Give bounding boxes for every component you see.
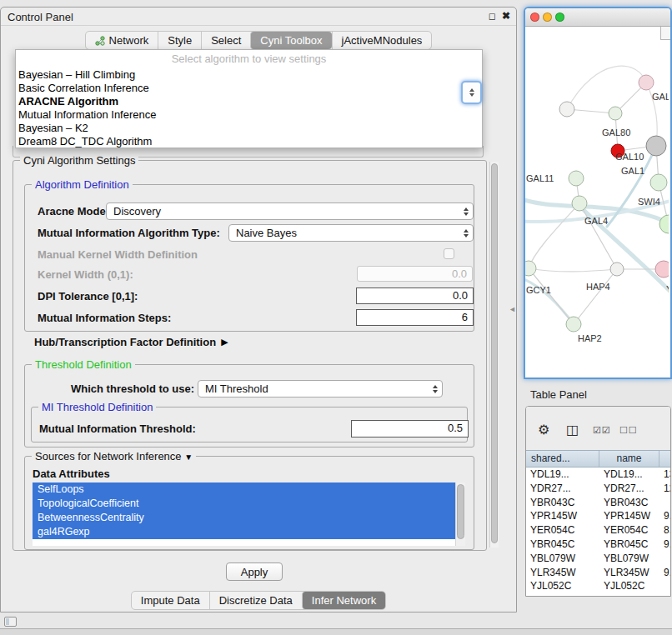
tab-network[interactable]: Network — [86, 32, 158, 49]
mi-type-label: Mutual Information Algorithm Type: — [38, 227, 220, 240]
table-row[interactable]: YBR043CYBR043C — [526, 496, 670, 510]
settings-scrollbar[interactable] — [489, 162, 499, 548]
aracne-mode-select[interactable]: Discovery — [106, 202, 474, 220]
algorithm-option[interactable]: Mutual Information Inference — [16, 108, 482, 122]
network-edge[interactable] — [525, 277, 574, 324]
close-panel-icon[interactable]: ✖ — [502, 10, 510, 22]
mi-threshold-group-title: MI Threshold Definition — [38, 401, 156, 413]
table-cell: YER054C — [599, 523, 659, 538]
algorithm-option[interactable]: Bayesian – Hill Climbing — [16, 68, 482, 82]
algorithm-combo-stepper[interactable] — [461, 81, 482, 104]
table-cell: YPR145W — [526, 509, 599, 523]
attribute-item[interactable]: BetweennessCentrality — [33, 511, 455, 525]
column-header-partial[interactable] — [659, 451, 670, 467]
float-window-icon[interactable]: ◻ — [489, 11, 496, 22]
network-canvas[interactable]: GAL7GAL80GAL10GAL11GAL1SWI4GAL4GCY1HAP4Y… — [525, 27, 669, 378]
network-node[interactable] — [572, 196, 587, 211]
tab-jactivemodules[interactable]: jActiveMNodules — [332, 32, 432, 49]
algorithm-option[interactable]: Dream8 DC_TDC Algorithm — [16, 135, 482, 148]
table-row[interactable]: YBL079WYBL079W — [526, 552, 670, 566]
network-edge[interactable] — [574, 269, 617, 324]
mi-threshold-input[interactable]: 0.5 — [351, 420, 469, 438]
table-cell: YBL079W — [599, 552, 659, 566]
table-row[interactable]: YDL19...YDL19...13 — [526, 468, 670, 482]
threshold-definition-title: Threshold Definition — [32, 358, 135, 371]
table-row[interactable]: YJL052CYJL052C — [526, 579, 670, 593]
tab-style[interactable]: Style — [158, 32, 201, 49]
hub-definition-expander[interactable]: Hub/Transcription Factor Definition ▶ — [34, 336, 228, 348]
tab-select[interactable]: Select — [201, 32, 250, 49]
table-cell: YJL052C — [526, 579, 599, 593]
close-window-icon[interactable] — [530, 12, 539, 22]
tab-infer-network[interactable]: Infer Network — [302, 592, 385, 609]
deselect-all-icon[interactable]: ☐☐ — [619, 425, 638, 436]
minimize-window-icon[interactable] — [543, 12, 552, 22]
mi-steps-label: Mutual Information Steps: — [38, 312, 171, 325]
column-header-name[interactable]: name — [599, 451, 659, 467]
attribute-item[interactable]: gal4RGexp — [33, 525, 455, 539]
gear-icon[interactable]: ⚙ — [538, 422, 549, 438]
network-node[interactable] — [610, 262, 624, 276]
network-edge[interactable] — [529, 268, 617, 272]
apply-button[interactable]: Apply — [226, 562, 283, 581]
collapse-arrow-icon[interactable]: ▼ — [184, 452, 193, 462]
network-node[interactable] — [639, 75, 654, 90]
table-cell: YPR145W — [599, 509, 659, 523]
network-view[interactable]: GAL7GAL80GAL10GAL11GAL1SWI4GAL4GCY1HAP4Y… — [525, 27, 670, 378]
which-threshold-select[interactable]: MI Threshold — [198, 380, 443, 398]
mi-steps-input[interactable]: 6 — [356, 309, 474, 326]
data-attributes-listbox: SelfLoopsTopologicalCoefficientBetweenne… — [33, 482, 465, 546]
kernel-width-input[interactable]: 0.0 — [357, 266, 473, 282]
attribute-item[interactable]: TopologicalCoefficient — [33, 497, 455, 511]
zoom-window-icon[interactable] — [555, 12, 564, 22]
tab-impute-data[interactable]: Impute Data — [132, 592, 209, 609]
select-all-icon[interactable]: ☑☑ — [593, 425, 611, 436]
minimized-panel-icon[interactable] — [4, 617, 17, 627]
network-node[interactable] — [646, 136, 666, 156]
mi-type-select[interactable]: Naive Bayes — [228, 224, 474, 242]
table-cell: YBR043C — [526, 496, 599, 510]
manual-kernel-checkbox[interactable] — [444, 248, 454, 259]
table-row[interactable]: YDR27...YDR27...12 — [526, 482, 670, 496]
scrollbar-thumb[interactable] — [491, 163, 498, 543]
attribute-item[interactable]: SelfLoops — [33, 482, 455, 497]
network-node[interactable] — [559, 102, 574, 117]
network-node[interactable] — [525, 261, 536, 276]
table-row[interactable]: YLR345WYLR345W9. — [526, 566, 670, 580]
network-node[interactable] — [566, 317, 581, 332]
dpi-tolerance-input[interactable]: 0.0 — [356, 288, 474, 304]
network-edge[interactable] — [529, 203, 579, 268]
network-scrollbar[interactable] — [660, 27, 670, 40]
network-node[interactable] — [655, 261, 669, 278]
network-edge[interactable] — [529, 268, 574, 324]
algorithm-option[interactable]: Bayesian – K2 — [16, 122, 482, 135]
table-cell: YDR27... — [526, 482, 599, 496]
columns-icon[interactable]: ◫ — [566, 422, 579, 438]
column-header-shared[interactable]: shared... — [526, 451, 599, 467]
algorithm-option[interactable]: ARACNE Algorithm — [16, 95, 482, 108]
node-label: GAL10 — [615, 152, 644, 162]
mi-threshold-label: Mutual Information Threshold: — [39, 422, 196, 436]
table-row[interactable]: YPR145WYPR145W9. — [526, 509, 670, 523]
bottom-tabs: Impute Data Discretize Data Infer Networ… — [131, 591, 386, 610]
scrollbar-thumb[interactable] — [457, 484, 464, 539]
network-node[interactable] — [609, 107, 622, 120]
node-label: HAP2 — [578, 333, 602, 343]
table-cell: 9. — [659, 566, 670, 580]
tab-cyni-toolbox[interactable]: Cyni Toolbox — [250, 32, 331, 49]
attributes-scrollbar[interactable] — [455, 482, 465, 546]
network-node[interactable] — [569, 171, 584, 186]
table-cell: YLR345W — [526, 566, 599, 580]
algorithm-dropdown: Select algorithm to view settings Bayesi… — [15, 49, 483, 148]
network-edge[interactable] — [567, 66, 646, 109]
tab-discretize-data[interactable]: Discretize Data — [209, 592, 302, 609]
algorithm-option[interactable]: Basic Correlation Inference — [16, 82, 482, 95]
table-row[interactable]: YBR045CYBR045C9. — [526, 538, 670, 552]
node-label: GAL4 — [584, 216, 608, 226]
network-window-titlebar[interactable] — [525, 8, 670, 27]
table-row[interactable]: YER054CYER054C8. — [526, 523, 670, 538]
table-cell — [659, 552, 670, 566]
data-attributes-label: Data Attributes — [33, 468, 110, 481]
splitter-arrow[interactable]: ◄ — [509, 305, 516, 313]
network-node[interactable] — [650, 174, 667, 191]
